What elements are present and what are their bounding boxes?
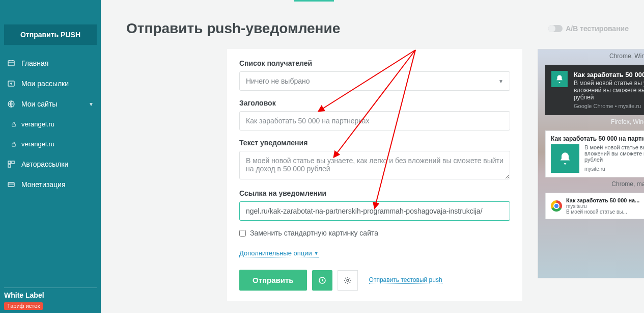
nav-site-2-label: verangel.ru xyxy=(21,140,54,148)
preview-panel: Chrome, Windows Как заработать 50 000 на… xyxy=(538,49,644,278)
svg-rect-0 xyxy=(8,61,14,66)
lock-icon xyxy=(11,141,16,147)
nav-home-label: Главная xyxy=(21,59,48,67)
body-input[interactable]: В моей новой статье вы узнаете, как легк… xyxy=(239,151,510,179)
recipients-select[interactable]: Ничего не выбрано ▼ xyxy=(239,71,510,91)
main: Отправить push-уведомление A/B тестирова… xyxy=(101,0,644,313)
form-card: Список получателей Ничего не выбрано ▼ З… xyxy=(227,49,522,301)
nav-sends[interactable]: Мои рассылки xyxy=(0,73,101,94)
nav-auto-label: Авторассылки xyxy=(21,160,68,168)
ab-toggle-group: A/B тестирование xyxy=(548,24,629,33)
gear-icon xyxy=(344,276,352,284)
svg-rect-6 xyxy=(12,161,14,164)
tab-indicator xyxy=(294,0,334,2)
toast-mac-site: mysite.ru xyxy=(566,203,644,209)
chevron-down-icon: ▼ xyxy=(89,101,94,107)
toast-chrome-win: Как заработать 50 000 на партнерках В мо… xyxy=(545,65,644,115)
chrome-icon xyxy=(551,200,562,212)
nav-site-2[interactable]: verangel.ru xyxy=(0,134,101,154)
ab-label: A/B тестирование xyxy=(566,24,629,33)
replace-image-checkbox[interactable] xyxy=(239,230,246,237)
nav-home[interactable]: Главная xyxy=(0,53,101,73)
white-label-link[interactable]: White Label xyxy=(4,291,97,299)
nav-site-1-label: verangel.ru xyxy=(21,120,54,128)
link-label: Ссылка на уведомлении xyxy=(239,189,510,197)
replace-image-label: Заменить стандартную картинку сайта xyxy=(250,229,378,237)
toast-ff-site: mysite.ru xyxy=(584,166,605,172)
toast-mac-title: Как заработать 50 000 на... xyxy=(566,197,644,203)
settings-button[interactable] xyxy=(338,270,358,291)
send-push-button[interactable]: Отправить PUSH xyxy=(4,24,97,45)
svg-rect-5 xyxy=(8,161,11,164)
home-icon xyxy=(7,59,15,67)
nav-site-1[interactable]: verangel.ru xyxy=(0,114,101,134)
nav-monet[interactable]: Монетизация xyxy=(0,174,101,195)
preview-label-chrome-win: Chrome, Windows xyxy=(538,49,644,63)
header: Отправить push-уведомление A/B тестирова… xyxy=(126,20,629,37)
recipients-label: Список получателей xyxy=(239,59,510,67)
more-options-link[interactable]: Дополнительные опции ▼ xyxy=(239,249,319,257)
sidebar-footer: White Label Тариф истек xyxy=(4,288,97,310)
preview-label-chrome-mac: Chrome, macOS xyxy=(538,177,644,191)
toast-body: В моей новой статье вы узнаете, как легк… xyxy=(574,80,644,101)
toast-title: Как заработать 50 000 на партнерках xyxy=(574,71,644,79)
sidebar: Отправить PUSH Главная Мои рассылки Мои … xyxy=(0,0,101,313)
svg-point-10 xyxy=(347,279,349,281)
lock-icon xyxy=(11,121,16,127)
nav-sends-label: Мои рассылки xyxy=(21,80,69,88)
clock-icon xyxy=(318,276,326,284)
link-input[interactable] xyxy=(239,201,510,221)
nav-monet-label: Монетизация xyxy=(21,180,66,189)
title-label: Заголовок xyxy=(239,99,510,107)
ab-toggle[interactable] xyxy=(548,25,563,32)
svg-rect-8 xyxy=(8,182,14,187)
body-label: Текст уведомления xyxy=(239,139,510,147)
nav: Главная Мои рассылки Мои сайты ▼ verange… xyxy=(0,53,101,195)
toast-meta: Google Chrome • mysite.ru xyxy=(574,103,644,109)
tariff-badge: Тариф истек xyxy=(4,302,43,310)
preview-label-ff-win: Firefox, Windows xyxy=(538,115,644,128)
toast-chrome-mac: Как заработать 50 000 на... mysite.ru В … xyxy=(545,193,644,219)
svg-rect-4 xyxy=(12,144,16,146)
svg-rect-3 xyxy=(12,124,16,126)
page-title: Отправить push-уведомление xyxy=(126,20,340,37)
toast-ff-body: В моей новой статье вы узнаете, как легк… xyxy=(584,144,644,163)
title-input[interactable] xyxy=(239,111,510,131)
chevron-down-icon: ▼ xyxy=(314,251,319,256)
nav-sites[interactable]: Мои сайты ▼ xyxy=(0,94,101,114)
recipients-value: Ничего не выбрано xyxy=(246,77,310,85)
auto-icon xyxy=(7,160,15,168)
nav-sites-label: Мои сайты xyxy=(21,100,57,108)
toast-mac-body: В моей новой статье вы... xyxy=(566,209,644,215)
submit-button[interactable]: Отправить xyxy=(239,270,307,291)
toast-firefox-win: Как заработать 50 000 на партнерках ✕ В … xyxy=(545,131,644,177)
nav-auto[interactable]: Авторассылки xyxy=(0,154,101,174)
svg-rect-7 xyxy=(8,165,11,167)
card-icon xyxy=(7,180,15,189)
schedule-button[interactable] xyxy=(312,270,332,291)
test-push-link[interactable]: Отправить тестовый push xyxy=(369,276,442,284)
chevron-down-icon: ▼ xyxy=(498,79,503,84)
bell-icon xyxy=(551,144,579,173)
bell-icon xyxy=(551,71,568,87)
send-icon xyxy=(7,80,15,88)
globe-icon xyxy=(7,100,15,108)
toast-ff-title: Как заработать 50 000 на партнерках xyxy=(551,135,644,142)
